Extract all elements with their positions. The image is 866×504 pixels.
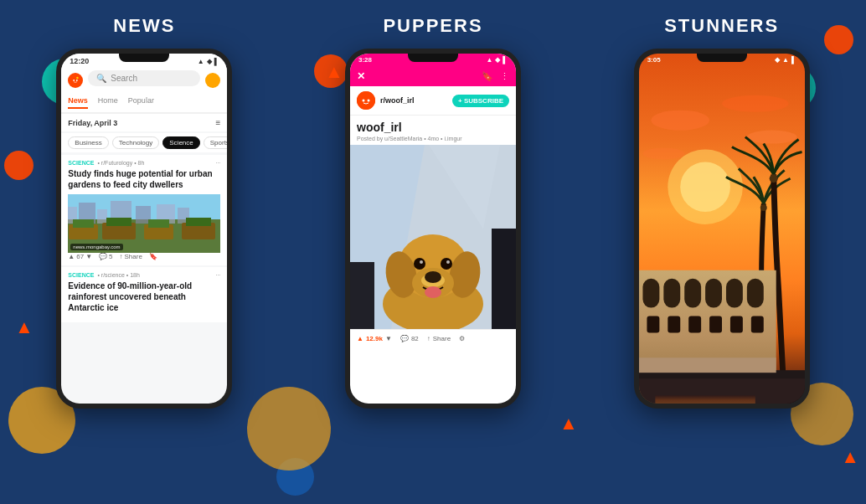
close-icon[interactable]: ✕: [357, 70, 365, 82]
comment-count-puppers: 82: [411, 335, 419, 342]
svg-point-1: [74, 80, 75, 81]
puppers-status-icons: ▲ ◆ ▌: [486, 56, 508, 64]
settings-action[interactable]: ⚙: [459, 335, 465, 342]
svg-rect-60: [709, 316, 722, 333]
news-date-row: Friday, April 3 ≡: [61, 114, 227, 131]
phone-notch-stunners: [697, 54, 747, 62]
svg-rect-61: [730, 316, 743, 333]
puppers-actions: ▲ 12.9k ▼ 💬 82 ↑ Share ⚙: [350, 329, 516, 347]
stunners-phone: 3:05 ◆ ▲ ▌: [634, 49, 810, 409]
news-tabs: News Home Popular: [61, 96, 227, 114]
svg-rect-20: [186, 218, 211, 226]
puppers-phone: 3:28 ▲ ◆ ▌ ✕ 🔖 ⋮: [345, 49, 521, 409]
search-bar[interactable]: 🔍 Search: [88, 70, 200, 86]
puppers-screen: 3:28 ▲ ◆ ▌ ✕ 🔖 ⋮: [350, 54, 516, 404]
puppers-wifi: ▲: [486, 56, 492, 64]
news-screen: 12:20 ▲ ◆ ▌: [61, 54, 227, 404]
science-badge-2: SCIENCE: [68, 272, 94, 278]
downvote-arrow: ▼: [385, 335, 392, 342]
gear-icon: ⚙: [459, 335, 465, 342]
stunners-screen: 3:05 ◆ ▲ ▌: [639, 54, 805, 404]
puppers-sub-header: r/woof_irl + SUBSCRIBE: [350, 86, 516, 116]
upvote-action[interactable]: ▲ 67 ▼: [68, 253, 92, 260]
downvote-icon: ▼: [85, 253, 92, 260]
svg-rect-8: [97, 209, 107, 224]
puppers-time: 3:28: [358, 56, 372, 64]
battery-icon: ▌: [214, 58, 219, 65]
arrow-left: ▲: [15, 318, 34, 337]
sub-avatar: [357, 91, 375, 110]
bookmark-icon-puppers[interactable]: 🔖: [482, 71, 493, 82]
category-pills: Business Technology Science Sports: [61, 133, 227, 152]
arrow-mid-bottom: ▲: [559, 414, 578, 433]
upvote-action-puppers[interactable]: ▲ 12.9k ▼: [357, 335, 392, 342]
svg-point-35: [425, 271, 441, 283]
tab-news[interactable]: News: [68, 96, 88, 109]
svg-rect-62: [751, 316, 764, 333]
svg-rect-66: [655, 395, 755, 404]
puppers-header: ✕ 🔖 ⋮: [350, 66, 516, 86]
svg-rect-55: [726, 279, 743, 308]
filter-icon[interactable]: ≡: [215, 118, 220, 127]
subreddit-1: • r/Futurology • 8h: [97, 160, 144, 166]
share-icon-puppers: ↑: [427, 335, 430, 342]
arrow-mid-top: ▲: [325, 63, 343, 81]
svg-point-23: [368, 100, 370, 102]
comment-action[interactable]: 💬 5: [99, 253, 112, 260]
svg-point-39: [446, 260, 450, 264]
puppers-title: PUPPERS: [383, 15, 482, 37]
news-title-2: Evidence of 90-million-year-old rainfore…: [68, 280, 220, 313]
svg-rect-51: [642, 279, 659, 308]
sunset-scene: 3:05 ◆ ▲ ▌: [639, 54, 805, 404]
pill-technology[interactable]: Technology: [112, 136, 159, 149]
more-icon[interactable]: ⋮: [500, 71, 509, 82]
svg-point-3: [77, 76, 79, 78]
profile-avatar: [205, 73, 220, 88]
pill-sports[interactable]: Sports: [204, 136, 228, 149]
svg-point-21: [357, 91, 375, 110]
svg-rect-57: [647, 316, 659, 333]
sub-left: r/woof_irl: [357, 91, 415, 110]
post-title: woof_irl: [350, 116, 516, 136]
phone-notch-news: [119, 54, 169, 62]
svg-point-22: [363, 100, 365, 102]
arrow-right-bottom: ▲: [841, 448, 859, 466]
subreddit-2: • r/science • 18h: [97, 272, 139, 278]
search-icon: 🔍: [96, 74, 106, 83]
search-placeholder: Search: [111, 74, 137, 83]
news-title-1: Study finds huge potential for urban gar…: [68, 168, 220, 190]
share-action-puppers[interactable]: ↑ Share: [427, 335, 451, 342]
signal-icon: ◆: [207, 58, 212, 65]
svg-point-45: [722, 95, 789, 112]
pill-science[interactable]: Science: [162, 136, 199, 149]
bookmark-icon: 🔖: [149, 253, 157, 260]
pill-business[interactable]: Business: [68, 136, 108, 149]
svg-point-40: [425, 286, 441, 298]
save-action[interactable]: 🔖: [149, 253, 157, 260]
svg-point-0: [70, 75, 80, 85]
svg-rect-14: [73, 219, 94, 228]
stunners-title: STUNNERS: [664, 15, 779, 37]
post-meta: Posted by u/SeattleMaria • 4mo • i.imgur: [350, 136, 516, 145]
share-action[interactable]: ↑ Share: [120, 253, 142, 260]
comment-action-puppers[interactable]: 💬 82: [400, 335, 419, 342]
upvote-count: 67: [76, 253, 84, 260]
svg-rect-28: [492, 229, 516, 329]
share-label-puppers: Share: [433, 335, 451, 342]
puppers-header-right-icons: 🔖 ⋮: [482, 71, 509, 82]
puppers-dog-image: [350, 145, 516, 329]
news-card-2[interactable]: SCIENCE • r/science • 18h ··· Evidence o…: [61, 267, 227, 322]
news-card-1[interactable]: SCIENCE • r/Futurology • 8h ··· Study fi…: [61, 155, 227, 265]
tab-popular[interactable]: Popular: [128, 96, 154, 109]
subscribe-button[interactable]: + SUBSCRIBE: [452, 95, 509, 107]
upvote-count-puppers: 12.9k: [366, 335, 383, 342]
news-section: NEWS 12:20 ▲ ◆ ▌: [0, 0, 289, 504]
svg-point-36: [414, 258, 425, 270]
news-time: 12:20: [70, 57, 89, 65]
image-credit: news.mongabay.com: [70, 244, 122, 250]
news-header: 🔍 Search: [61, 67, 227, 96]
stunners-section: STUNNERS: [577, 0, 866, 504]
share-label: Share: [125, 253, 142, 260]
comment-icon-puppers: 💬: [400, 335, 409, 342]
tab-home[interactable]: Home: [98, 96, 118, 109]
